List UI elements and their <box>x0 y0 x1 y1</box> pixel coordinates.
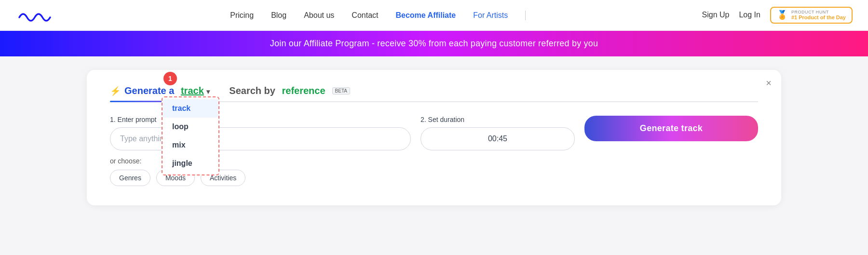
tab-search-green: reference <box>282 85 326 96</box>
ph-text: PRODUCT HUNT #1 Product of the Day <box>791 10 846 21</box>
tabs-row: ⚡ Generate a track ▾ 1 track loop mix ji… <box>110 85 758 102</box>
tab-search-reference[interactable]: Search by reference BETA <box>229 85 350 101</box>
affiliate-banner-text: Join our Affiliate Program - receive 30%… <box>270 39 598 48</box>
nav-affiliate[interactable]: Become Affiliate <box>395 11 456 20</box>
generate-track-button[interactable]: Generate track <box>584 116 758 141</box>
logo-icon <box>15 7 54 24</box>
product-hunt-badge[interactable]: 🏅 PRODUCT HUNT #1 Product of the Day <box>770 7 853 24</box>
chevron-down-icon: ▾ <box>206 88 210 95</box>
dropdown-item-mix[interactable]: mix <box>163 136 218 154</box>
nav-right: Sign Up Log In 🏅 PRODUCT HUNT #1 Product… <box>702 7 853 24</box>
duration-column: 2. Set duration <box>420 116 575 150</box>
close-button[interactable]: × <box>766 78 772 89</box>
nav-pricing[interactable]: Pricing <box>230 11 254 20</box>
step2-label: 2. Set duration <box>420 116 575 123</box>
trophy-icon: 🏅 <box>777 10 787 20</box>
nav-blog[interactable]: Blog <box>271 11 286 20</box>
badge-circle: 1 <box>163 72 177 85</box>
beta-badge: BETA <box>332 87 350 94</box>
prompt-input[interactable] <box>110 127 411 150</box>
duration-input[interactable] <box>420 127 575 150</box>
chip-genres[interactable]: Genres <box>110 170 150 186</box>
tab-generate-prefix: Generate a <box>124 85 177 96</box>
dropdown-item-jingle[interactable]: jingle <box>163 154 218 173</box>
main-content: × ⚡ Generate a track ▾ 1 track loop <box>0 56 868 219</box>
dropdown-container[interactable]: track ▾ 1 track loop mix jingle <box>181 85 210 96</box>
chip-row: Genres Moods Activities <box>110 170 411 186</box>
ph-product-day-label: #1 Product of the Day <box>791 14 846 21</box>
dropdown-item-track[interactable]: track <box>163 99 218 118</box>
nav-about[interactable]: About us <box>304 11 334 20</box>
nav-contact[interactable]: Contact <box>352 11 378 20</box>
step1-label: 1. Enter prompt <box>110 116 411 123</box>
or-choose-label: or choose: <box>110 157 411 165</box>
prompt-column: 1. Enter prompt or choose: Genres Moods … <box>110 116 411 186</box>
nav-divider <box>525 11 526 20</box>
tab-generate[interactable]: ⚡ Generate a track ▾ 1 track loop mix ji… <box>110 85 210 101</box>
card: × ⚡ Generate a track ▾ 1 track loop <box>87 70 781 205</box>
dropdown-item-loop[interactable]: loop <box>163 118 218 136</box>
ph-product-hunt-label: PRODUCT HUNT <box>791 10 846 15</box>
navbar: Pricing Blog About us Contact Become Aff… <box>0 0 868 31</box>
nav-links: Pricing Blog About us Contact Become Aff… <box>230 11 526 20</box>
bolt-icon: ⚡ <box>110 86 121 96</box>
logo-area <box>15 7 54 24</box>
generate-column: Generate track <box>584 116 758 141</box>
tab-generate-track: track <box>181 85 204 96</box>
tab-search-prefix: Search by <box>229 85 278 96</box>
affiliate-banner: Join our Affiliate Program - receive 30%… <box>0 31 868 56</box>
track-type-dropdown[interactable]: track loop mix jingle <box>162 96 219 175</box>
nav-signup[interactable]: Sign Up <box>702 11 730 19</box>
nav-for-artists[interactable]: For Artists <box>473 11 508 20</box>
nav-login[interactable]: Log In <box>739 11 760 19</box>
